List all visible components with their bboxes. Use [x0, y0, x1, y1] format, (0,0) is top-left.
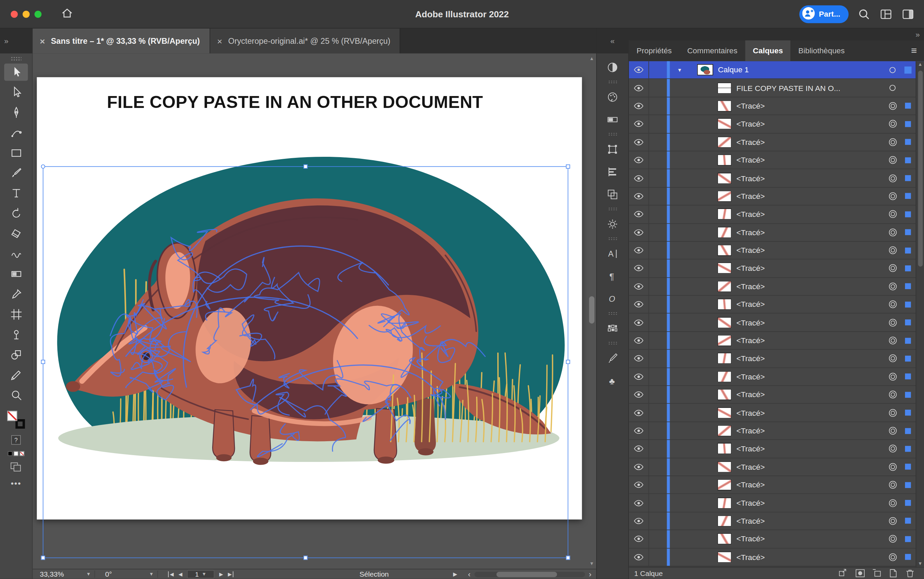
lock-cell[interactable] — [649, 476, 667, 494]
selection-color-square[interactable] — [905, 157, 911, 163]
selection-color-square[interactable] — [905, 392, 911, 397]
layer-thumbnail[interactable] — [717, 154, 731, 166]
visibility-eye-icon[interactable] — [629, 440, 649, 458]
canvas[interactable]: FILE COPY PASTE IN AN OTHER DOCUMENT ▲ ▼ — [33, 53, 596, 569]
layer-name[interactable]: <Tracé> — [736, 390, 885, 399]
play-icon[interactable]: ▶ — [453, 571, 457, 577]
collapse-panels-icon[interactable]: » — [911, 30, 924, 39]
target-circle-icon[interactable] — [885, 84, 900, 92]
layer-name[interactable]: <Tracé> — [736, 462, 885, 471]
draw-mode-icon[interactable] — [10, 463, 21, 472]
selection-indicator-cell[interactable] — [900, 139, 916, 145]
layer-thumbnail[interactable] — [717, 317, 731, 328]
selection-color-square[interactable] — [905, 338, 911, 343]
layer-child-row-trace[interactable]: <Tracé> — [629, 224, 924, 242]
layer-name[interactable]: <Tracé> — [736, 119, 885, 128]
edit-toolbar-button[interactable]: ••• — [11, 479, 21, 488]
target-circle-icon[interactable] — [885, 336, 900, 345]
delete-icon[interactable] — [904, 568, 916, 579]
layer-thumbnail[interactable] — [697, 64, 713, 75]
layer-child-row-trace[interactable]: <Tracé> — [629, 97, 924, 115]
lock-cell[interactable] — [649, 242, 667, 259]
target-circle-icon[interactable] — [885, 481, 900, 489]
lock-cell[interactable] — [649, 332, 667, 349]
selection-color-square[interactable] — [905, 229, 911, 235]
target-circle-icon[interactable] — [885, 408, 900, 417]
brushes-panel-icon[interactable] — [597, 347, 628, 369]
zoom-level-dropdown[interactable]: 33,33% — [40, 570, 64, 578]
selection-indicator-cell[interactable] — [900, 283, 916, 289]
layers-scrollbar[interactable]: ▲ ▼ — [916, 61, 924, 567]
color-swatch-icon[interactable] — [8, 451, 13, 456]
layer-name[interactable]: <Tracé> — [736, 228, 885, 237]
visibility-eye-icon[interactable] — [629, 314, 649, 331]
selection-indicator-cell[interactable] — [900, 428, 916, 433]
layer-child-row-trace[interactable]: <Tracé> — [629, 386, 924, 404]
layer-name[interactable]: <Tracé> — [736, 137, 885, 146]
artboard-tool[interactable] — [0, 304, 32, 324]
next-artboard-button[interactable]: ▶ — [219, 571, 223, 577]
layer-child-row-trace[interactable]: <Tracé> — [629, 332, 924, 350]
fill-swatch[interactable] — [7, 411, 17, 421]
scroll-down-icon[interactable]: ▼ — [588, 561, 596, 566]
lock-cell[interactable] — [649, 205, 667, 222]
lock-cell[interactable] — [649, 512, 667, 530]
target-circle-icon[interactable] — [885, 553, 900, 561]
layer-thumbnail[interactable] — [717, 100, 731, 112]
scroll-left-icon[interactable]: ‹ — [466, 570, 472, 579]
selection-color-square[interactable] — [905, 301, 911, 307]
selection-handle[interactable] — [303, 556, 307, 559]
document-tab-active[interactable]: ×Sans titre – 1* @ 33,33 % (RVB/Aperçu) — [33, 28, 210, 53]
close-tab-icon[interactable]: × — [40, 36, 45, 46]
layer-thumbnail[interactable] — [717, 281, 731, 292]
layer-thumbnail[interactable] — [717, 479, 731, 491]
visibility-eye-icon[interactable] — [629, 97, 649, 115]
lock-cell[interactable] — [649, 494, 667, 512]
align-panel-icon[interactable] — [597, 160, 628, 183]
layer-child-row-trace[interactable]: <Tracé> — [629, 476, 924, 494]
visibility-eye-icon[interactable] — [629, 151, 649, 168]
visibility-eye-icon[interactable] — [629, 115, 649, 133]
selection-tool[interactable] — [0, 62, 32, 82]
layer-child-row-trace[interactable]: <Tracé> — [629, 278, 924, 296]
selection-color-square[interactable] — [905, 356, 911, 361]
layer-child-row-trace[interactable]: <Tracé> — [629, 187, 924, 205]
visibility-eye-icon[interactable] — [629, 494, 649, 512]
lock-cell[interactable] — [649, 115, 667, 133]
scroll-up-icon[interactable]: ▲ — [588, 56, 596, 61]
selection-indicator-cell[interactable] — [900, 66, 916, 73]
dock-grip[interactable] — [608, 342, 617, 345]
expand-toolbar-icon[interactable]: » — [0, 37, 13, 46]
lock-cell[interactable] — [649, 79, 667, 96]
document-tab[interactable]: ×Orycterope-original.ai* @ 25 % (RVB/Ape… — [210, 28, 400, 53]
visibility-eye-icon[interactable] — [629, 404, 649, 421]
target-circle-icon[interactable] — [885, 300, 900, 309]
lock-cell[interactable] — [649, 440, 667, 458]
canvas-vertical-scrollbar[interactable]: ▲ ▼ — [588, 56, 596, 566]
layer-name[interactable]: <Tracé> — [736, 156, 885, 165]
selection-indicator-cell[interactable] — [900, 193, 916, 199]
panel-tab-commentaires[interactable]: Commentaires — [680, 40, 745, 61]
home-button[interactable] — [61, 7, 73, 21]
type-tool[interactable] — [0, 183, 32, 203]
target-circle-icon[interactable] — [885, 426, 900, 435]
lock-cell[interactable] — [649, 458, 667, 476]
layer-name[interactable]: <Tracé> — [736, 444, 885, 453]
layer-thumbnail[interactable] — [717, 425, 731, 437]
horizontal-scroll-track[interactable] — [474, 572, 585, 577]
rotate-tool[interactable] — [0, 203, 32, 223]
layer-thumbnail[interactable] — [717, 227, 731, 238]
target-circle-icon[interactable] — [885, 210, 900, 219]
shaper-tool[interactable] — [0, 243, 32, 263]
layer-thumbnail[interactable] — [717, 190, 731, 201]
target-circle-icon[interactable] — [885, 390, 900, 399]
layer-thumbnail[interactable] — [717, 389, 731, 400]
selection-indicator-cell[interactable] — [900, 356, 916, 361]
layer-thumbnail[interactable] — [717, 118, 731, 130]
layer-child-row-trace[interactable]: <Tracé> — [629, 404, 924, 422]
selection-handle[interactable] — [566, 165, 570, 168]
zoom-tool[interactable] — [0, 385, 32, 405]
layer-thumbnail[interactable] — [717, 353, 731, 364]
layer-name[interactable]: <Tracé> — [736, 535, 885, 543]
visibility-eye-icon[interactable] — [629, 260, 649, 277]
